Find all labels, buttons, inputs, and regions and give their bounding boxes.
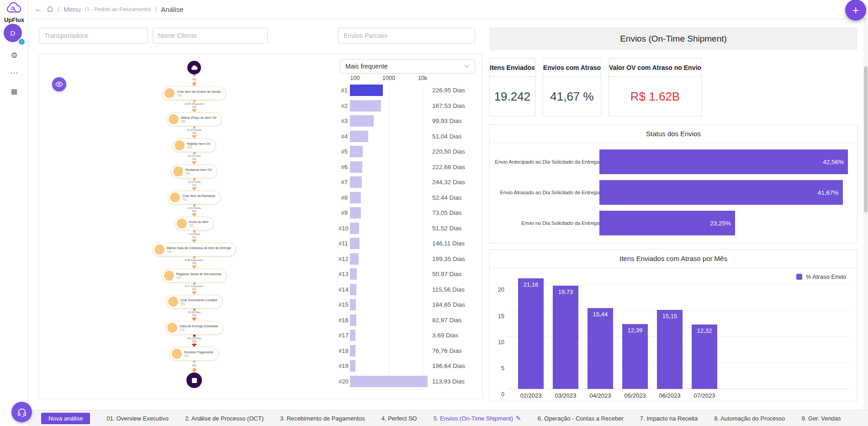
analysis-tab[interactable]: 9. Ger. Vendas [802, 415, 841, 422]
variant-row[interactable]: #9 73,05 Dias [339, 205, 480, 221]
variant-row[interactable]: #14 115,56 Dias [339, 282, 480, 298]
analysis-tab[interactable]: 01. Overview Executivo [106, 415, 169, 422]
status-bar[interactable]: 42,56% [599, 149, 848, 174]
process-node[interactable]: Criar Documento Contábil 701 [166, 295, 223, 309]
header: ← / Menu (1 - Pedido ao Faturamento) / A… [28, 0, 868, 18]
y-tick: 5 [494, 365, 504, 372]
variant-row[interactable]: #10 51,52 Dias [339, 221, 480, 236]
analysis-tab[interactable]: 6. Operação - Contas a Receber [538, 415, 624, 422]
variant-row[interactable]: #20 113,93 Dias [339, 374, 480, 389]
analysis-tab[interactable]: 8. Automação do Processo [714, 415, 785, 422]
scrollbar-thumb[interactable] [864, 66, 868, 213]
transportadora-input[interactable] [39, 28, 148, 43]
process-node[interactable]: Rejeitar Item OV 701 [172, 138, 216, 152]
variant-bar[interactable] [350, 176, 362, 188]
variant-row[interactable]: #19 196,64 Dias [339, 358, 480, 374]
variant-sort-dropdown[interactable]: Mais frequente [340, 59, 475, 74]
variant-bar[interactable] [350, 330, 355, 341]
more-options-icon[interactable]: ⋯ [0, 68, 28, 78]
edit-pencil-icon[interactable]: ✎ [516, 415, 521, 422]
variant-bar[interactable] [350, 284, 356, 295]
variant-bar[interactable] [350, 223, 359, 234]
process-node[interactable]: Registrar Saída de Mercadorias 701 [162, 269, 227, 282]
variant-bar[interactable] [350, 85, 383, 96]
process-node[interactable]: Receber Pagamento 701 [169, 347, 219, 361]
analysis-tab[interactable]: 2. Análise de Processo (OCT) [185, 415, 264, 422]
upflux-logo[interactable]: UpFlux [0, 2, 28, 23]
analysis-tab[interactable]: 4. Perfect SO [381, 415, 417, 422]
envios-parciais-input[interactable] [338, 28, 475, 43]
variant-row[interactable]: #3 99,93 Dias [339, 113, 480, 129]
process-node[interactable]: Envio do Item 701 [175, 217, 214, 230]
month-bar[interactable]: 15,15 [657, 310, 683, 389]
variant-duration: 220,50 Dias [432, 148, 465, 155]
analysis-tab[interactable]: 7. Impacto na Receita [640, 415, 698, 422]
gear-icon[interactable]: ⚙ [0, 51, 28, 60]
process-node[interactable]: Data de Entrega Solicitada 701 [165, 321, 223, 335]
variant-row[interactable]: #5 220,50 Dias [339, 144, 480, 160]
process-node[interactable]: Restaurar Item OV 701 [171, 165, 217, 178]
add-button[interactable]: + [845, 0, 866, 21]
home-icon[interactable] [47, 5, 53, 14]
variant-bar[interactable] [350, 131, 368, 142]
status-bar[interactable]: 23,25% [599, 211, 735, 235]
variant-bar[interactable] [350, 268, 357, 280]
variant-row[interactable]: #15 184,65 Dias [339, 297, 480, 313]
apps-grid-icon[interactable]: ▦ [0, 87, 28, 96]
logo-text: UpFlux [0, 16, 28, 23]
variant-bar[interactable] [350, 376, 428, 387]
month-bar[interactable]: 12,32 [692, 325, 717, 389]
variant-duration: 3,69 Dias [432, 332, 458, 339]
month-bar[interactable]: 12,39 [622, 324, 648, 389]
activity-count: 701 [167, 250, 231, 253]
end-node[interactable] [186, 373, 202, 388]
variant-row[interactable]: #2 167,53 Dias [339, 98, 480, 114]
nome-cliente-input[interactable] [153, 28, 268, 43]
avatar-menu-badge[interactable]: ⋮ [18, 38, 26, 46]
analysis-tab[interactable]: 3. Recebimento de Pagamentos [280, 415, 365, 422]
variant-bar[interactable] [350, 314, 356, 326]
scrollbar[interactable] [863, 18, 868, 426]
variant-row[interactable]: #6 222,68 Dias [339, 160, 480, 175]
analysis-tab[interactable]: 5. Envios (On-Time Shipment) ✎ [434, 415, 521, 422]
variant-row[interactable]: #4 51,04 Dias [339, 129, 480, 144]
variant-bar[interactable] [350, 299, 356, 310]
back-arrow-icon[interactable]: ← [35, 5, 42, 14]
month-bar[interactable]: 19,73 [553, 286, 578, 389]
month-bar[interactable]: 15,44 [587, 308, 613, 389]
bar-value-label: 12,39 [622, 327, 648, 334]
variant-row[interactable]: #1 226,95 Dias [339, 83, 480, 98]
process-node[interactable]: Alterar Preço do Item OV 701 [166, 112, 222, 126]
variant-bar[interactable] [350, 146, 363, 157]
variant-rank: #1 [339, 87, 348, 94]
variant-bar[interactable] [350, 100, 381, 112]
process-node[interactable]: Alterar Data de Cobrança do Item de Entr… [152, 243, 237, 256]
variant-row[interactable]: #12 199,35 Dias [339, 251, 480, 267]
process-node[interactable]: Criar Item da Ordem de Venda 701 [162, 86, 226, 100]
new-analysis-button[interactable]: Nova análise [41, 413, 90, 424]
variant-bar[interactable] [350, 207, 361, 218]
variant-row[interactable]: #13 50,97 Dias [339, 266, 480, 282]
variant-row[interactable]: #7 244,32 Dias [339, 175, 480, 190]
y-tick: 0 [494, 391, 504, 398]
variant-row[interactable]: #18 76,76 Dias [339, 343, 480, 359]
variant-bar[interactable] [350, 253, 359, 265]
variant-bar[interactable] [350, 161, 362, 173]
variant-bar[interactable] [350, 238, 360, 249]
visibility-button[interactable] [52, 77, 66, 91]
variant-bar[interactable] [350, 345, 355, 357]
breadcrumb-menu[interactable]: Menu [64, 5, 81, 13]
status-bar[interactable]: 41,67% [599, 180, 843, 205]
variant-bar[interactable] [350, 192, 361, 203]
process-node[interactable]: Criar Item da Remessa 701 [168, 191, 221, 204]
variant-bar[interactable] [350, 115, 374, 127]
variant-bar[interactable] [350, 360, 355, 372]
variant-row[interactable]: #8 52,44 Dias [339, 190, 480, 206]
month-bar[interactable]: 21,16 [518, 278, 544, 389]
process-map[interactable]: 701 Criar Item da Ordem de Venda 701 13,… [146, 61, 242, 388]
variant-row[interactable]: #16 82,97 Dias [339, 313, 480, 328]
variant-row[interactable]: #11 146,11 Dias [339, 236, 480, 251]
start-node[interactable] [187, 61, 201, 75]
support-button[interactable] [11, 402, 32, 422]
variant-row[interactable]: #17 3,69 Dias [339, 328, 480, 343]
